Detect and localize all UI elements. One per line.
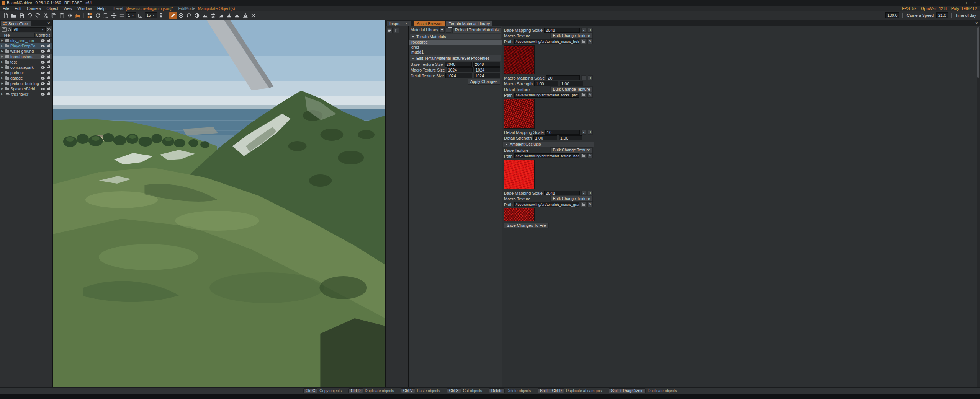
clipboard-button[interactable] (394, 28, 399, 33)
visibility-eye-icon[interactable] (41, 93, 45, 96)
ambient-occlusion-section-header[interactable]: ▼ Ambient Occlusio (503, 142, 594, 147)
material-item[interactable]: mudd1 (409, 50, 502, 55)
snap-size-select[interactable]: 1▼ (126, 12, 136, 18)
menu-help[interactable]: Help (95, 6, 108, 11)
lock-icon[interactable] (47, 40, 50, 42)
save-changes-button[interactable]: Save Changes To File (504, 223, 549, 228)
set-height-tool-button[interactable] (201, 12, 209, 19)
bulk-change-texture-button[interactable]: Bulk Change Texture (550, 33, 593, 39)
visibility-eye-icon[interactable] (41, 61, 45, 64)
tree-row[interactable]: ▶treesbushes (0, 54, 52, 59)
tree-row[interactable]: ▶sky_and_sun (0, 38, 52, 43)
menu-file[interactable]: File (0, 6, 12, 11)
base-texture-size-input-1[interactable]: 2048 (445, 62, 472, 67)
visibility-eye-icon[interactable] (41, 39, 45, 42)
edit-texture-button[interactable]: ✎ (587, 93, 593, 98)
smooth-tool-button[interactable] (193, 12, 201, 19)
mountain-tool-button[interactable] (242, 12, 249, 19)
maximize-button[interactable]: ▢ (960, 0, 970, 6)
expander-icon[interactable]: ▶ (1, 93, 4, 96)
tree-row[interactable]: ▶SpawnedVehicles (0, 86, 52, 91)
tree-row[interactable]: ▶PlayerDropPoints (0, 43, 52, 49)
expander-icon[interactable]: ▶ (1, 55, 4, 58)
paint-material-tool-button[interactable] (209, 12, 217, 19)
visibility-eye-icon[interactable] (41, 55, 45, 58)
tree-row[interactable]: ▶water ground (0, 49, 52, 54)
visibility-eye-icon[interactable] (41, 66, 45, 69)
increment-button[interactable]: + (588, 75, 593, 80)
close-icon[interactable]: ✕ (47, 21, 50, 25)
translate-tool-button[interactable] (110, 12, 118, 19)
edit-texture-button[interactable]: ✎ (587, 202, 593, 207)
tab-inspector[interactable]: Inspe... ✕ (387, 21, 411, 26)
delete-material-button[interactable] (446, 27, 451, 33)
lock-icon[interactable] (47, 72, 50, 74)
rotate-snap-button[interactable] (137, 12, 144, 19)
tab-terrain-material-library[interactable]: Terrain Material Library (446, 21, 492, 26)
expander-icon[interactable]: ▶ (1, 82, 4, 85)
expander-icon[interactable]: ▶ (1, 50, 4, 53)
browse-folder-button[interactable] (581, 153, 586, 158)
material-item[interactable]: gras (409, 45, 502, 50)
edit-texture-button[interactable]: ✎ (587, 39, 593, 44)
lock-icon[interactable] (47, 93, 50, 95)
ramp-tool-button[interactable] (234, 12, 241, 19)
visibility-eye-icon[interactable] (41, 82, 45, 85)
close-button[interactable]: ✕ (970, 0, 980, 6)
decrement-button[interactable]: - (581, 130, 586, 135)
add-material-button[interactable]: + (439, 27, 445, 33)
macro-texture-path-input[interactable]: /levels/crawling/art/terrain/t_macro_hol… (514, 39, 579, 44)
visibility-eye-icon[interactable] (41, 88, 45, 90)
editor-settings-button[interactable] (66, 12, 74, 19)
rotate-tool-button[interactable] (94, 12, 101, 19)
tab-scenetree[interactable]: SceneTree (1, 21, 31, 26)
ao-macro-texture-preview[interactable] (504, 208, 535, 221)
menu-view[interactable]: View (61, 6, 75, 11)
tree-row[interactable]: ▶concratepark (0, 65, 52, 70)
brush-add-button[interactable] (177, 12, 185, 19)
search-icon[interactable] (8, 28, 11, 31)
expander-icon[interactable]: ▶ (1, 39, 4, 42)
macro-strength-input-1[interactable]: 1.00 (534, 81, 558, 86)
lock-icon[interactable] (47, 83, 50, 85)
menu-window[interactable]: Window (75, 6, 94, 11)
tree-row[interactable]: ▶thePlayer (0, 91, 52, 97)
browse-folder-button[interactable] (581, 202, 586, 207)
lock-icon[interactable] (47, 61, 50, 63)
clear-tool-button[interactable] (250, 12, 257, 19)
lasso-tool-button[interactable] (185, 12, 193, 19)
detail-texture-preview[interactable] (504, 99, 535, 129)
visibility-eye-icon[interactable] (41, 72, 45, 74)
expander-icon[interactable]: ▶ (1, 87, 4, 90)
slope-tool-button[interactable] (218, 12, 225, 19)
lock-icon[interactable] (47, 77, 50, 79)
lock-icon[interactable] (47, 56, 50, 58)
expander-icon[interactable]: ▶ (1, 60, 4, 64)
detail-strength-input-2[interactable]: 1.00 (559, 135, 582, 140)
visibility-eye-icon[interactable] (41, 77, 45, 80)
terrain-brush-button[interactable] (169, 12, 177, 19)
menu-edit[interactable]: Edit (12, 6, 24, 11)
expander-icon[interactable]: ▶ (1, 44, 4, 47)
reload-terrain-materials-button[interactable]: Reload Terrain Materials (452, 27, 501, 33)
close-icon[interactable]: ✕ (975, 21, 978, 25)
increment-button[interactable]: + (588, 28, 593, 33)
base-texture-size-input-2[interactable]: 2048 (473, 62, 500, 67)
ao-base-mapping-scale-input[interactable]: 2048 (544, 191, 580, 195)
select-tool-button[interactable] (86, 12, 93, 19)
bulk-change-texture-button[interactable]: Bulk Change Texture (550, 86, 593, 92)
apply-changes-button[interactable]: Apply Changes (468, 79, 500, 85)
detail-strength-input-1[interactable]: 1.00 (533, 135, 557, 140)
tree-row[interactable]: ▶garage (0, 75, 52, 81)
expander-icon[interactable]: ▶ (1, 77, 4, 80)
time-of-day-input[interactable]: 21.0 (936, 12, 948, 18)
cut-button[interactable] (42, 12, 49, 19)
macro-texture-size-input-2[interactable]: 1024 (474, 67, 500, 72)
locate-target-icon[interactable] (47, 28, 51, 31)
visibility-eye-icon[interactable] (41, 50, 45, 53)
macro-texture-preview[interactable] (504, 45, 535, 74)
ao-base-texture-preview[interactable] (504, 160, 535, 189)
close-icon[interactable]: ✕ (404, 22, 408, 25)
copy-button[interactable] (50, 12, 57, 19)
tree-row[interactable]: ▶parkour building (0, 81, 52, 86)
